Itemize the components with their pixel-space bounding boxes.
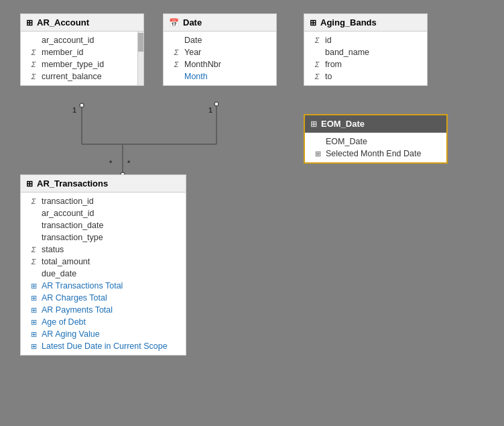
field-label: Latest Due Date in Current Scope xyxy=(42,341,168,351)
sigma-icon: Σ xyxy=(29,72,38,81)
cardinality-star-right: * xyxy=(127,159,130,167)
ar-account-table: ⊞ AR_Account ar_account_id Σ member_id Σ… xyxy=(20,13,144,86)
field-age-of-debt: ⊞ Age of Debt xyxy=(21,316,186,328)
aging-bands-table: ⊞ Aging_Bands Σ id band_name Σ from Σ to xyxy=(304,13,428,86)
field-label: total_amount xyxy=(42,257,90,266)
field-label: transaction_id xyxy=(42,197,94,206)
field-monthnbr: Σ MonthNbr xyxy=(164,58,276,70)
eom-date-header: ⊞ EOM_Date xyxy=(305,115,446,133)
field-ar-charges-total: ⊞ AR Charges Total xyxy=(21,292,186,304)
field-ar-transactions-total: ⊞ AR Transactions Total xyxy=(21,280,186,292)
sigma-icon: Σ xyxy=(172,60,181,68)
field-label: status xyxy=(42,245,64,254)
calendar-icon: 📅 xyxy=(169,18,179,28)
field-transaction-id: Σ transaction_id xyxy=(21,195,186,207)
ar-account-header: ⊞ AR_Account xyxy=(21,14,143,32)
eom-date-title: EOM_Date xyxy=(321,119,365,129)
field-label: due_date xyxy=(42,269,76,278)
field-label: Selected Month End Date xyxy=(326,149,421,158)
sigma-icon: Σ xyxy=(312,72,322,81)
field-latest-due-date: ⊞ Latest Due Date in Current Scope xyxy=(21,340,186,352)
table-icon: ⊞ xyxy=(310,119,317,129)
field-to: Σ to xyxy=(304,70,427,83)
field-label: AR Transactions Total xyxy=(42,281,123,290)
cardinality-star-left: * xyxy=(109,159,112,167)
field-label: AR Charges Total xyxy=(42,293,107,303)
date-table: 📅 Date Date Σ Year Σ MonthNbr Month xyxy=(163,13,277,86)
field-ar-account-id: ar_account_id xyxy=(21,207,186,219)
table-icon: ⊞ xyxy=(310,18,316,28)
field-selected-month-end-date: ⊞ Selected Month End Date xyxy=(305,148,446,160)
table-grid-icon: ⊞ xyxy=(26,18,33,28)
field-member-type-id: Σ member_type_id xyxy=(21,58,137,70)
field-label: AR Payments Total xyxy=(42,305,113,315)
ar-account-title: AR_Account xyxy=(37,17,89,28)
sigma-icon: Σ xyxy=(172,48,181,56)
field-label: transaction_date xyxy=(42,221,103,230)
aging-bands-title: Aging_Bands xyxy=(320,17,377,28)
field-status: Σ status xyxy=(21,244,186,256)
ar-transactions-table: ⊞ AR_Transactions Σ transaction_id ar_ac… xyxy=(20,174,186,356)
measure-icon: ⊞ xyxy=(29,306,38,315)
field-label: member_id xyxy=(42,48,84,57)
table-icon: ⊞ xyxy=(26,179,33,189)
field-member-id: Σ member_id xyxy=(21,46,137,58)
field-label: EOM_Date xyxy=(326,137,367,146)
field-eom-date: EOM_Date xyxy=(305,136,446,148)
field-label: Month xyxy=(184,72,208,81)
field-from: Σ from xyxy=(304,58,427,70)
sigma-icon: Σ xyxy=(29,197,38,205)
field-ar-payments-total: ⊞ AR Payments Total xyxy=(21,304,186,316)
field-label: id xyxy=(325,36,332,45)
date-header: 📅 Date xyxy=(164,14,276,32)
field-current-balance: Σ current_balance xyxy=(21,70,137,83)
measure-icon: ⊞ xyxy=(313,150,322,158)
ar-transactions-title: AR_Transactions xyxy=(37,178,108,189)
field-label: Year xyxy=(184,48,201,57)
field-label: to xyxy=(325,72,332,81)
field-ar-aging-value: ⊞ AR Aging Value xyxy=(21,328,186,340)
sigma-icon: Σ xyxy=(29,48,38,56)
date-title: Date xyxy=(183,17,202,28)
sigma-icon: Σ xyxy=(29,60,38,68)
field-label: member_type_id xyxy=(42,60,104,69)
field-transaction-date: transaction_date xyxy=(21,219,186,231)
field-transaction-type: transaction_type xyxy=(21,231,186,244)
sigma-icon: Σ xyxy=(312,36,322,44)
field-label: band_name xyxy=(325,48,369,57)
field-label: Age of Debt xyxy=(42,317,86,327)
field-id: Σ id xyxy=(304,34,427,46)
measure-icon: ⊞ xyxy=(29,342,38,351)
field-label: AR Aging Value xyxy=(42,329,100,339)
field-label: current_balance xyxy=(42,72,102,81)
ar-transactions-header: ⊞ AR_Transactions xyxy=(21,175,186,193)
field-label: transaction_type xyxy=(42,233,103,242)
svg-point-7 xyxy=(214,102,218,106)
field-ar-account-id: ar_account_id xyxy=(21,34,137,46)
eom-date-table: ⊞ EOM_Date EOM_Date ⊞ Selected Month End… xyxy=(304,114,448,164)
field-total-amount: Σ total_amount xyxy=(21,256,186,268)
cardinality-1-right: 1 xyxy=(208,106,212,114)
sigma-icon: Σ xyxy=(312,60,322,68)
field-date: Date xyxy=(164,34,276,46)
field-label: Date xyxy=(184,36,202,45)
measure-icon: ⊞ xyxy=(29,294,38,303)
field-label: from xyxy=(325,60,342,69)
field-label: MonthNbr xyxy=(184,60,221,69)
field-band-name: band_name xyxy=(304,46,427,58)
field-label: ar_account_id xyxy=(42,36,94,45)
sigma-icon: Σ xyxy=(29,258,38,266)
field-year: Σ Year xyxy=(164,46,276,58)
cardinality-1-left: 1 xyxy=(72,106,76,114)
measure-icon: ⊞ xyxy=(29,282,38,290)
measure-icon: ⊞ xyxy=(29,318,38,327)
field-label: ar_account_id xyxy=(42,209,94,218)
svg-point-4 xyxy=(80,103,84,107)
measure-icon: ⊞ xyxy=(29,330,38,339)
aging-bands-header: ⊞ Aging_Bands xyxy=(304,14,427,32)
field-due-date: due_date xyxy=(21,268,186,280)
field-month: Month xyxy=(164,70,276,83)
sigma-icon: Σ xyxy=(29,246,38,254)
